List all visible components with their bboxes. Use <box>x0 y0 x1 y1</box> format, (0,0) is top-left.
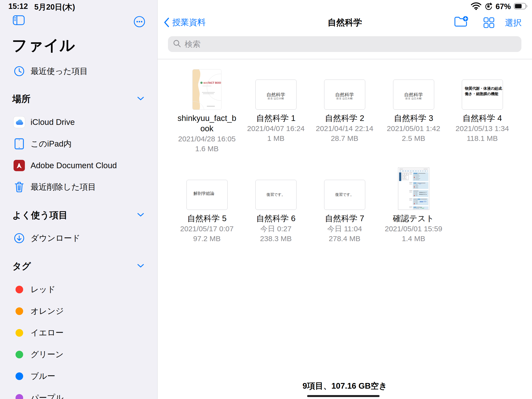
more-options-icon[interactable] <box>133 16 145 28</box>
thumb-subtitle: 担当 山口大輔 <box>256 97 296 100</box>
sidebar-item-recents[interactable]: 最近使った項目 <box>0 60 158 82</box>
file-size: 238.3 MB <box>241 234 310 243</box>
file-shizenkagaku-7[interactable]: 復習です。 自然科学 7 今日 11:04 278.4 MB <box>310 166 379 243</box>
battery-percent: 67% <box>496 2 511 11</box>
grid-view-icon[interactable] <box>483 17 494 29</box>
thumb-title: 復習です。 <box>324 192 365 197</box>
file-name: shinkyuu_fact_book <box>172 113 241 134</box>
sidebar-item-icloud-drive[interactable]: iCloud Drive <box>0 111 158 133</box>
sidebar-item-adobe-document-cloud[interactable]: Adobe Document Cloud <box>0 155 158 176</box>
chevron-down-icon[interactable] <box>137 264 144 269</box>
status-time: 15:12 <box>8 2 28 12</box>
sidebar-toggle-icon[interactable] <box>13 15 25 25</box>
file-size: 1.4 MB <box>379 234 448 243</box>
sidebar-item-label: iCloud Drive <box>31 117 75 127</box>
divider <box>158 59 532 59</box>
file-date: 今日 11:04 <box>310 224 379 233</box>
wifi-icon <box>471 2 481 11</box>
file-size: 118.1 MB <box>448 134 517 143</box>
search-input[interactable] <box>184 39 516 49</box>
file-thumbnail: 自然科学 担当 山口大輔 <box>241 65 310 110</box>
sidebar-item-on-my-ipad[interactable]: このiPad内 <box>0 133 158 155</box>
tag-label: オレンジ <box>31 306 64 317</box>
file-shizenkagaku-1[interactable]: 自然科学 担当 山口大輔 自然科学 1 2021/04/07 16:24 1 M… <box>241 65 310 143</box>
sidebar-tag-blue[interactable]: ブルー <box>0 365 158 387</box>
chevron-down-icon[interactable] <box>137 213 144 218</box>
quiz-annotation-1: DNA|A,G,C,T <box>419 192 427 193</box>
sidebar-item-label: Adobe Document Cloud <box>31 161 117 170</box>
chevron-left-icon <box>164 17 169 27</box>
ipad-icon <box>13 138 25 150</box>
sidebar-item-label: このiPad内 <box>31 138 72 150</box>
section-label: タグ <box>12 260 31 272</box>
section-favorites: よく使う項目 <box>0 206 158 224</box>
trash-icon <box>13 181 25 193</box>
tag-label: パープル <box>31 392 64 399</box>
home-indicator[interactable] <box>307 395 380 397</box>
file-thumbnail: DNA|A,G,C,T RNA|A,G,C,U <box>379 166 448 210</box>
main-content: 自然科学 授業資料 選択 鍼灸FACT BOOK <box>158 0 532 399</box>
file-name: 自然科学 1 <box>241 113 310 123</box>
tag-label: レッド <box>31 284 55 295</box>
back-button[interactable]: 授業資料 <box>164 14 206 31</box>
file-kakunin-test[interactable]: DNA|A,G,C,T RNA|A,G,C,U <box>379 166 448 243</box>
download-icon <box>13 233 25 244</box>
file-shizenkagaku-5[interactable]: 解剖学総論 自然科学 5 2021/05/17 0:07 97.2 MB <box>172 166 241 243</box>
file-size: 278.4 MB <box>310 234 379 243</box>
thumb-subtitle: 担当 山口大輔 <box>393 97 434 100</box>
file-size: 2.5 MB <box>379 134 448 143</box>
file-size: 28.7 MB <box>310 134 379 143</box>
file-name: 自然科学 3 <box>379 113 448 123</box>
tag-label: グリーン <box>31 349 64 360</box>
chevron-down-icon[interactable] <box>137 96 144 102</box>
file-shizenkagaku-2[interactable]: 自然科学 担当 山口大輔 自然科学 2 2021/04/14 22:14 28.… <box>310 65 379 143</box>
sidebar: ファイル 最近使った項目 場所 iCloud Drive <box>0 0 158 399</box>
file-date: 2021/05/17 0:07 <box>172 224 241 233</box>
file-shizenkagaku-6[interactable]: 復習です。 自然科学 6 今日 0:27 238.3 MB <box>241 166 310 243</box>
thumb-title: 復習です。 <box>256 192 296 197</box>
tag-color-dot <box>13 351 25 358</box>
file-thumbnail: 物質代謝・体液の組成と 働き・細胞膜の機能 <box>448 65 517 110</box>
file-date: 2021/04/28 16:05 <box>172 134 241 144</box>
sidebar-tag-red[interactable]: レッド <box>0 279 158 300</box>
section-tags: タグ <box>0 257 158 275</box>
file-name: 自然科学 4 <box>448 113 517 123</box>
new-folder-icon[interactable] <box>454 16 468 29</box>
sidebar-item-downloads[interactable]: ダウンロード <box>0 227 158 249</box>
file-shizenkagaku-3[interactable]: 自然科学 担当 山口大輔 自然科学 3 2021/05/01 1:42 2.5 … <box>379 65 448 143</box>
clock-icon <box>13 66 25 77</box>
search-bar[interactable] <box>168 36 521 52</box>
file-thumbnail: 自然科学 担当 山口大輔 <box>310 65 379 110</box>
adobe-acrobat-icon <box>13 160 25 171</box>
thumb-line2: 働き・細胞膜の機能 <box>465 92 499 96</box>
cover-tag-text: 鍼灸 <box>203 82 207 84</box>
file-size: 1.6 MB <box>172 144 241 153</box>
file-shizenkagaku-4[interactable]: 物質代謝・体液の組成と 働き・細胞膜の機能 自然科学 4 2021/05/13 … <box>448 65 517 143</box>
file-date: 2021/04/14 22:14 <box>310 124 379 133</box>
thumb-line1: 物質代謝・体液の組成と <box>465 86 503 91</box>
tag-color-dot <box>13 329 25 337</box>
sidebar-item-recently-deleted[interactable]: 最近削除した項目 <box>0 176 158 198</box>
file-date: 2021/05/13 1:34 <box>448 124 517 133</box>
select-button[interactable]: 選択 <box>505 17 522 29</box>
battery-icon <box>514 3 528 11</box>
file-date: 2021/05/01 1:42 <box>379 124 448 133</box>
tag-color-dot <box>13 307 25 315</box>
sidebar-tag-yellow[interactable]: イエロー <box>0 322 158 344</box>
status-date: 5月20日(木) <box>34 2 75 12</box>
folder-title: 自然科学 <box>158 17 532 28</box>
file-thumbnail: 復習です。 <box>310 166 379 210</box>
tag-color-dot <box>13 286 25 293</box>
cover-title-text: FACT BOOK <box>208 81 221 84</box>
tag-color-dot <box>13 394 25 399</box>
tag-label: ブルー <box>31 371 55 382</box>
file-size: 97.2 MB <box>172 234 241 243</box>
file-shinkyuu-fact-book[interactable]: 鍼灸FACT BOOK shinkyuu_fact_book 2021/04/2… <box>172 65 241 153</box>
sidebar-tag-green[interactable]: グリーン <box>0 344 158 365</box>
sidebar-tag-purple[interactable]: パープル <box>0 387 158 399</box>
thumb-subtitle: 担当 山口大輔 <box>324 97 365 100</box>
rotation-lock-icon <box>484 2 493 11</box>
file-name: 自然科学 2 <box>310 113 379 123</box>
file-name: 自然科学 5 <box>172 213 241 224</box>
sidebar-tag-orange[interactable]: オレンジ <box>0 300 158 322</box>
